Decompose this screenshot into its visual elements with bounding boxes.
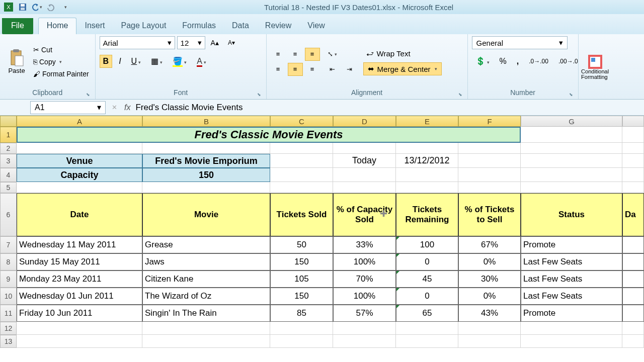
cell-pct-sell[interactable]: 0% [458,288,521,305]
align-right-button[interactable]: ≡ [305,63,320,76]
redo-icon[interactable] [45,2,56,13]
font-color-button[interactable]: A [193,55,210,68]
venue-cell[interactable]: Fred's Movie Emporium [142,154,270,168]
cell-date[interactable]: Wednesday 01 Jun 2011 [17,288,142,305]
tab-file[interactable]: File [2,18,33,34]
cell-pct-cap[interactable]: 70% [333,270,396,288]
align-middle-button[interactable]: ≡ [288,48,303,61]
row-header-7[interactable]: 7 [0,236,17,253]
qat-customize-icon[interactable] [59,2,70,13]
hdr-movie[interactable]: Movie [142,193,270,236]
row-header-11[interactable]: 11 [0,305,17,322]
col-header-G[interactable]: G [521,116,622,127]
excel-icon[interactable]: X [3,2,14,13]
venue-label-cell[interactable]: Venue [17,154,142,168]
cell-remain[interactable]: 65 [396,305,458,322]
cell-pct-cap[interactable]: 100% [333,253,396,270]
row-header-3[interactable]: 3 [0,154,17,168]
today-label-cell[interactable]: Today [333,154,396,168]
hdr-status[interactable]: Status [521,193,622,236]
col-header-E[interactable]: E [396,116,458,127]
hdr-sold[interactable]: Tickets Sold [270,193,333,236]
cell-movie[interactable]: The Wizard of Oz [142,288,270,305]
hdr-date[interactable]: Date [17,193,142,236]
fx-icon[interactable]: fx [124,103,130,112]
select-all-button[interactable] [0,116,17,127]
capacity-cell[interactable]: 150 [142,168,270,182]
cell-pct-cap[interactable]: 100% [333,288,396,305]
borders-button[interactable]: ▦ [147,54,166,68]
cell-pct-cap[interactable]: 57% [333,305,396,322]
align-top-button[interactable]: ≡ [271,48,286,61]
capacity-label-cell[interactable]: Capacity [17,168,142,182]
cell-sold[interactable]: 85 [270,305,333,322]
name-box[interactable]: A1▾ [30,101,106,114]
cell-sold[interactable]: 50 [270,236,333,253]
row-header-9[interactable]: 9 [0,270,17,288]
fill-color-button[interactable]: 🪣 [169,54,190,68]
cell-pct-sell[interactable]: 67% [458,236,521,253]
cell-movie[interactable]: Grease [142,236,270,253]
cell[interactable] [622,305,644,322]
row-header-6[interactable]: 6 [0,193,17,236]
bold-button[interactable]: B [100,55,113,68]
cell-pct-sell[interactable]: 30% [458,270,521,288]
undo-icon[interactable] [31,2,42,13]
cell-pct-sell[interactable]: 0% [458,253,521,270]
row-header-8[interactable]: 8 [0,253,17,270]
align-bottom-button[interactable]: ≡ [305,48,320,61]
cell-remain[interactable]: 45 [396,270,458,288]
align-center-button[interactable]: ≡ [288,63,303,76]
accounting-format-button[interactable]: 💲 [472,54,493,68]
cell-date[interactable]: Friday 10 Jun 2011 [17,305,142,322]
cell-status[interactable]: Promote [521,305,622,322]
cell-status[interactable]: Last Few Seats [521,288,622,305]
increase-decimal-button[interactable]: .0→.00 [525,56,552,67]
merge-center-button[interactable]: ⬌Merge & Center [363,62,442,75]
formula-input[interactable]: Fred's Classic Movie Events [135,103,243,113]
tab-formulas[interactable]: Formulas [174,18,224,34]
cell-pct-sell[interactable]: 43% [458,305,521,322]
tab-insert[interactable]: Insert [76,18,113,34]
orientation-button[interactable]: ⤡ [325,48,340,61]
tab-view[interactable]: View [299,18,333,34]
italic-button[interactable]: I [115,55,124,68]
underline-button[interactable]: U [128,55,145,68]
hdr-days[interactable]: Da [622,193,644,236]
number-format-combo[interactable]: General▾ [472,36,568,49]
cell-sold[interactable]: 105 [270,270,333,288]
cell-remain[interactable]: 0 [396,288,458,305]
cell-status[interactable]: Promote [521,236,622,253]
hdr-pct-sell[interactable]: % of Tickets to Sell [458,193,521,236]
title-cell[interactable]: Fred's Classic Movie Events [17,127,521,143]
row-header-13[interactable]: 13 [0,335,17,348]
row-header-4[interactable]: 4 [0,168,17,182]
tab-page-layout[interactable]: Page Layout [113,18,174,34]
cell[interactable] [622,288,644,305]
row-header-12[interactable]: 12 [0,322,17,335]
wrap-text-button[interactable]: ⮐Wrap Text [363,48,442,59]
decrease-decimal-button[interactable]: .00→.0 [555,56,582,67]
tab-data[interactable]: Data [224,18,257,34]
cell-sold[interactable]: 150 [270,253,333,270]
cell-date[interactable]: Sunday 15 May 2011 [17,253,142,270]
col-header-A[interactable]: A [17,116,142,127]
cell-date[interactable]: Monday 23 May 2011 [17,270,142,288]
cell[interactable] [622,270,644,288]
grow-font-button[interactable]: A▴ [207,37,222,49]
paste-button[interactable]: Paste [4,42,29,82]
cell[interactable] [622,253,644,270]
row-header-2[interactable]: 2 [0,143,17,154]
cell-pct-cap[interactable]: 33% [333,236,396,253]
row-header-5[interactable]: 5 [0,182,17,193]
copy-button[interactable]: ⎘Copy [31,57,91,67]
row-header-1[interactable]: 1 [0,127,17,143]
tab-review[interactable]: Review [257,18,299,34]
cell-date[interactable]: Wednesday 11 May 2011 [17,236,142,253]
format-painter-button[interactable]: 🖌Format Painter [31,69,91,79]
save-icon[interactable] [17,2,28,13]
comma-button[interactable]: , [513,55,522,68]
cell-movie[interactable]: Citizen Kane [142,270,270,288]
cell[interactable] [622,127,644,143]
cell-movie[interactable]: Singin' In The Rain [142,305,270,322]
